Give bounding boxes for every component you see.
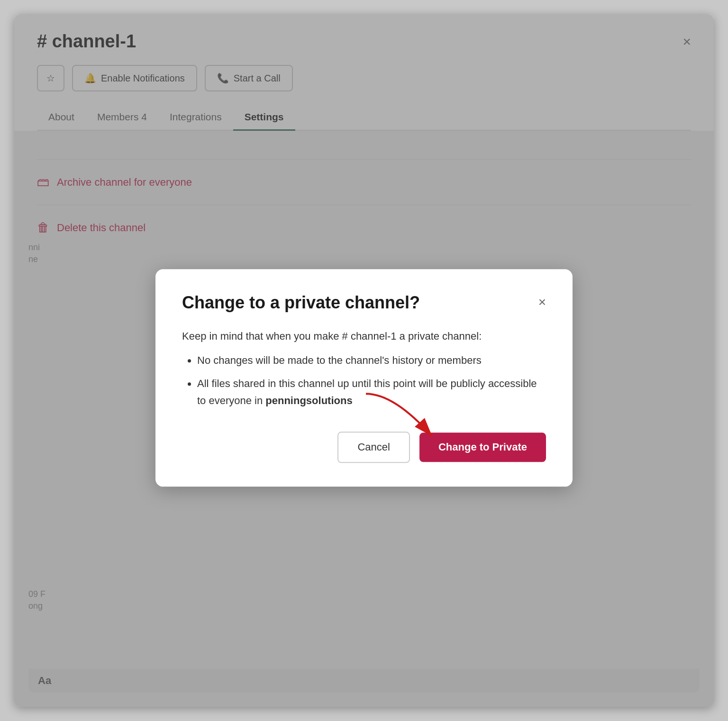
modal-bullet-2: All files shared in this channel up unti… [197, 376, 546, 409]
change-to-private-modal: Change to a private channel? × Keep in m… [155, 269, 573, 487]
modal-title: Change to a private channel? [182, 293, 420, 313]
workspace-name: penningsolutions [265, 395, 352, 406]
cancel-button[interactable]: Cancel [337, 432, 410, 463]
modal-bullet-1: No changes will be made to the channel's… [197, 352, 546, 369]
modal-intro-text: Keep in mind that when you make # channe… [182, 328, 546, 344]
modal-footer: Cancel Change to Private [182, 432, 546, 463]
main-panel: # channel-1 × ☆ 🔔 Enable Notifications 📞… [14, 14, 714, 707]
change-to-private-button[interactable]: Change to Private [419, 433, 546, 462]
modal-bullets: No changes will be made to the channel's… [182, 352, 546, 409]
modal-body: Keep in mind that when you make # channe… [182, 328, 546, 409]
modal-header: Change to a private channel? × [182, 293, 546, 313]
modal-close-button[interactable]: × [538, 295, 546, 310]
modal-bullet-2-prefix: All files shared in this channel up unti… [197, 378, 537, 406]
